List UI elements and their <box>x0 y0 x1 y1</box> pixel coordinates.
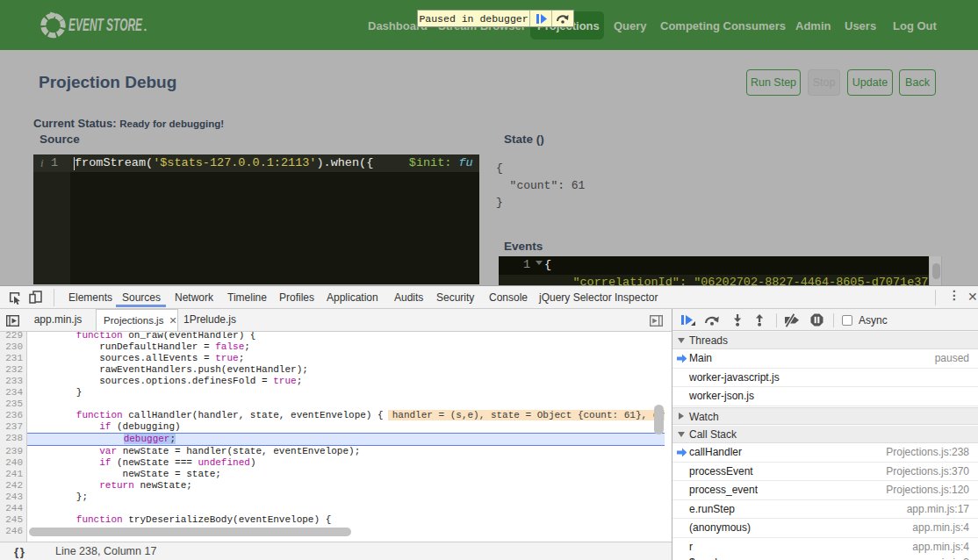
svg-text:EVENT STORE: EVENT STORE <box>68 15 142 34</box>
